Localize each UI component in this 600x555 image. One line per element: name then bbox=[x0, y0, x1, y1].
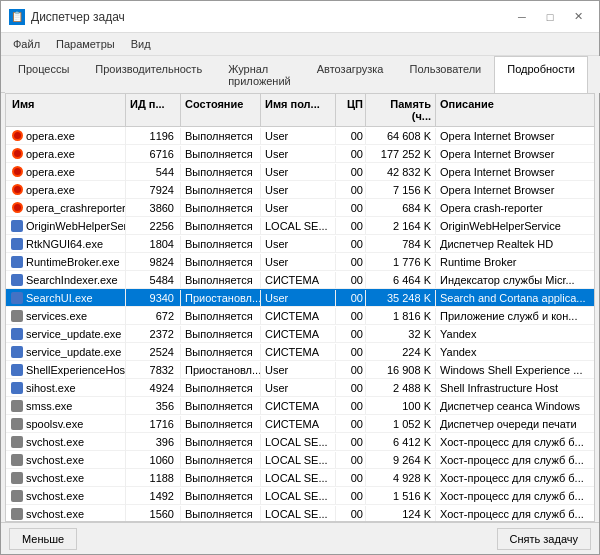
table-row[interactable]: svchost.exe 1492 Выполняется LOCAL SE...… bbox=[6, 487, 594, 505]
table-row[interactable]: svchost.exe 1560 Выполняется LOCAL SE...… bbox=[6, 505, 594, 521]
header-name[interactable]: Имя bbox=[6, 94, 126, 126]
header-user[interactable]: Имя пол... bbox=[261, 94, 336, 126]
tab-performance[interactable]: Производительность bbox=[82, 56, 215, 93]
table-row[interactable]: opera.exe 6716 Выполняется User 00 177 2… bbox=[6, 145, 594, 163]
cell-status: Выполняется bbox=[181, 308, 261, 324]
table-row[interactable]: opera.exe 1196 Выполняется User 00 64 60… bbox=[6, 127, 594, 145]
cell-status: Выполняется bbox=[181, 344, 261, 360]
header-pid[interactable]: ИД п... bbox=[126, 94, 181, 126]
cell-cpu: 00 bbox=[336, 146, 366, 162]
table-row[interactable]: svchost.exe 1060 Выполняется LOCAL SE...… bbox=[6, 451, 594, 469]
cell-name: service_update.exe bbox=[6, 325, 126, 343]
gear-icon bbox=[10, 399, 24, 413]
gear-icon bbox=[10, 507, 24, 521]
header-cpu[interactable]: ЦП bbox=[336, 94, 366, 126]
menu-options[interactable]: Параметры bbox=[48, 35, 123, 53]
cell-name: svchost.exe bbox=[6, 433, 126, 451]
cell-user: СИСТЕМА bbox=[261, 344, 336, 360]
cell-desc: OriginWebHelperService bbox=[436, 218, 594, 234]
kill-task-button[interactable]: Снять задачу bbox=[497, 528, 592, 550]
table-row[interactable]: services.exe 672 Выполняется СИСТЕМА 00 … bbox=[6, 307, 594, 325]
tabs-bar: Процессы Производительность Журнал прило… bbox=[1, 56, 599, 93]
cell-cpu: 00 bbox=[336, 398, 366, 414]
cell-mem: 32 K bbox=[366, 326, 436, 342]
cell-user: LOCAL SE... bbox=[261, 506, 336, 522]
table-row[interactable]: service_update.exe 2372 Выполняется СИСТ… bbox=[6, 325, 594, 343]
table-row[interactable]: RtkNGUI64.exe 1804 Выполняется User 00 7… bbox=[6, 235, 594, 253]
cell-desc: Диспетчер Realtek HD bbox=[436, 236, 594, 252]
cell-pid: 1716 bbox=[126, 416, 181, 432]
cell-mem: 784 K bbox=[366, 236, 436, 252]
cell-name: RuntimeBroker.exe bbox=[6, 253, 126, 271]
header-desc[interactable]: Описание bbox=[436, 94, 594, 126]
cell-cpu: 00 bbox=[336, 236, 366, 252]
cell-name: spoolsv.exe bbox=[6, 415, 126, 433]
generic-icon bbox=[10, 237, 24, 251]
table-row[interactable]: SearchUI.exe 9340 Приостановл... User 00… bbox=[6, 289, 594, 307]
menu-file[interactable]: Файл bbox=[5, 35, 48, 53]
tab-services[interactable]: Службы bbox=[588, 56, 600, 93]
table-row[interactable]: smss.exe 356 Выполняется СИСТЕМА 00 100 … bbox=[6, 397, 594, 415]
cell-status: Выполняется bbox=[181, 254, 261, 270]
menu-view[interactable]: Вид bbox=[123, 35, 159, 53]
table-row[interactable]: sihost.exe 4924 Выполняется User 00 2 48… bbox=[6, 379, 594, 397]
cell-pid: 3860 bbox=[126, 200, 181, 216]
header-mem[interactable]: Память (ч... bbox=[366, 94, 436, 126]
cell-user: LOCAL SE... bbox=[261, 218, 336, 234]
cell-cpu: 00 bbox=[336, 218, 366, 234]
cell-mem: 6 464 K bbox=[366, 272, 436, 288]
cell-status: Выполняется bbox=[181, 218, 261, 234]
header-status[interactable]: Состояние bbox=[181, 94, 261, 126]
cell-mem: 6 412 K bbox=[366, 434, 436, 450]
table-row[interactable]: RuntimeBroker.exe 9824 Выполняется User … bbox=[6, 253, 594, 271]
opera-icon bbox=[10, 147, 24, 161]
cell-user: User bbox=[261, 290, 336, 306]
minimize-button[interactable]: ─ bbox=[509, 7, 535, 27]
tab-processes[interactable]: Процессы bbox=[5, 56, 82, 93]
cell-status: Выполняется bbox=[181, 200, 261, 216]
tab-users[interactable]: Пользователи bbox=[396, 56, 494, 93]
cell-cpu: 00 bbox=[336, 308, 366, 324]
cell-name: sihost.exe bbox=[6, 379, 126, 397]
cell-name: OriginWebHelperSer... bbox=[6, 217, 126, 235]
menu-bar: Файл Параметры Вид bbox=[1, 33, 599, 56]
table-body[interactable]: opera.exe 1196 Выполняется User 00 64 60… bbox=[6, 127, 594, 521]
tab-details[interactable]: Подробности bbox=[494, 56, 588, 93]
cell-name: opera.exe bbox=[6, 127, 126, 145]
close-button[interactable]: ✕ bbox=[565, 7, 591, 27]
maximize-button[interactable]: □ bbox=[537, 7, 563, 27]
cell-cpu: 00 bbox=[336, 488, 366, 504]
table-row[interactable]: SearchIndexer.exe 5484 Выполняется СИСТЕ… bbox=[6, 271, 594, 289]
table-row[interactable]: ShellExperienceHost... 7832 Приостановл.… bbox=[6, 361, 594, 379]
title-bar: 📋 Диспетчер задач ─ □ ✕ bbox=[1, 1, 599, 33]
cell-cpu: 00 bbox=[336, 200, 366, 216]
table-row[interactable]: OriginWebHelperSer... 2256 Выполняется L… bbox=[6, 217, 594, 235]
cell-status: Выполняется bbox=[181, 488, 261, 504]
table-row[interactable]: spoolsv.exe 1716 Выполняется СИСТЕМА 00 … bbox=[6, 415, 594, 433]
cell-pid: 6716 bbox=[126, 146, 181, 162]
cell-user: СИСТЕМА bbox=[261, 398, 336, 414]
table-row[interactable]: opera_crashreporter... 3860 Выполняется … bbox=[6, 199, 594, 217]
table-row[interactable]: opera.exe 544 Выполняется User 00 42 832… bbox=[6, 163, 594, 181]
table-row[interactable]: service_update.exe 2524 Выполняется СИСТ… bbox=[6, 343, 594, 361]
table-row[interactable]: svchost.exe 396 Выполняется LOCAL SE... … bbox=[6, 433, 594, 451]
less-button[interactable]: Меньше bbox=[9, 528, 77, 550]
cell-user: User bbox=[261, 200, 336, 216]
cell-status: Выполняется bbox=[181, 182, 261, 198]
cell-pid: 2524 bbox=[126, 344, 181, 360]
gear-icon bbox=[10, 471, 24, 485]
tab-startup[interactable]: Автозагрузка bbox=[304, 56, 397, 93]
table-row[interactable]: svchost.exe 1188 Выполняется LOCAL SE...… bbox=[6, 469, 594, 487]
table-row[interactable]: opera.exe 7924 Выполняется User 00 7 156… bbox=[6, 181, 594, 199]
opera-icon bbox=[10, 165, 24, 179]
cell-mem: 42 832 K bbox=[366, 164, 436, 180]
generic-icon bbox=[10, 345, 24, 359]
cell-mem: 100 K bbox=[366, 398, 436, 414]
cell-cpu: 00 bbox=[336, 182, 366, 198]
process-table: Имя ИД п... Состояние Имя пол... ЦП Памя… bbox=[5, 93, 595, 522]
cell-cpu: 00 bbox=[336, 506, 366, 522]
tab-app-history[interactable]: Журнал приложений bbox=[215, 56, 304, 93]
gear-icon bbox=[10, 435, 24, 449]
cell-desc: Shell Infrastructure Host bbox=[436, 380, 594, 396]
cell-desc: Хост-процесс для служб б... bbox=[436, 470, 594, 486]
